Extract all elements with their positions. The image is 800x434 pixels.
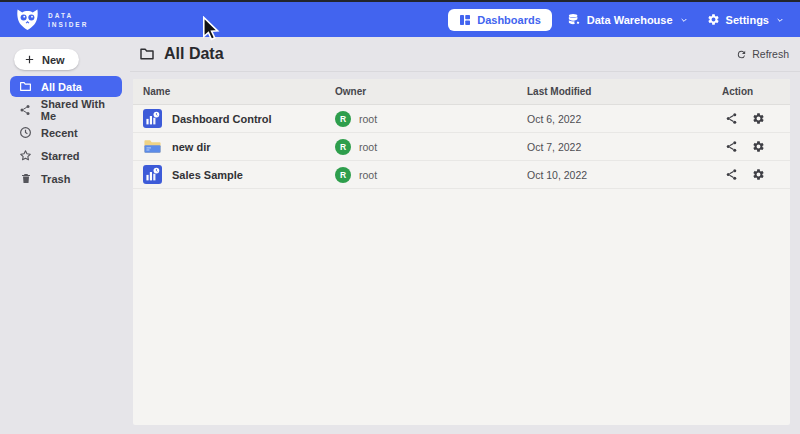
last-modified: Oct 6, 2022 bbox=[527, 113, 722, 125]
file-name[interactable]: Sales Sample bbox=[172, 169, 243, 181]
row-settings-button[interactable] bbox=[752, 140, 765, 153]
share-icon bbox=[19, 104, 32, 116]
owl-logo-icon bbox=[14, 8, 41, 31]
nav-dashboards-label: Dashboards bbox=[477, 14, 541, 26]
star-icon bbox=[19, 149, 32, 162]
share-button[interactable] bbox=[725, 140, 738, 153]
sidebar-item-starred[interactable]: Starred bbox=[10, 145, 122, 166]
column-header-action: Action bbox=[722, 86, 790, 97]
new-button[interactable]: New bbox=[14, 49, 79, 70]
page-title: All Data bbox=[164, 45, 224, 63]
owner-avatar: R bbox=[335, 139, 351, 155]
column-header-owner: Owner bbox=[335, 86, 527, 97]
content-header: All Data Refresh bbox=[130, 37, 800, 72]
top-navigation-bar: DATA INSIDER Dashboards bbox=[0, 2, 800, 37]
chevron-down-icon bbox=[680, 16, 688, 24]
sidebar-item-recent[interactable]: Recent bbox=[10, 122, 122, 143]
sidebar-item-label: Recent bbox=[41, 127, 78, 139]
row-settings-button[interactable] bbox=[752, 112, 765, 125]
table-header-row: Name Owner Last Modified Action bbox=[133, 79, 790, 105]
table-row[interactable]: Sales Sample R root Oct 10, 2022 bbox=[133, 161, 790, 189]
logo-text-line1: DATA bbox=[48, 11, 88, 20]
file-name[interactable]: new dir bbox=[172, 141, 211, 153]
database-icon bbox=[567, 13, 581, 27]
gear-icon bbox=[707, 13, 720, 26]
column-header-name: Name bbox=[133, 86, 335, 97]
main-content: All Data Refresh Name Owner Last Modifie… bbox=[130, 37, 800, 434]
sidebar-item-all-data[interactable]: All Data bbox=[10, 76, 122, 97]
folder-icon bbox=[19, 80, 32, 93]
nav-dashboards-button[interactable]: Dashboards bbox=[448, 9, 552, 31]
app-logo: DATA INSIDER bbox=[14, 8, 88, 31]
owner-name: root bbox=[359, 113, 377, 125]
owner-name: root bbox=[359, 169, 377, 181]
share-button[interactable] bbox=[725, 168, 738, 181]
sidebar-item-label: Starred bbox=[41, 150, 80, 162]
owner-avatar: R bbox=[335, 111, 351, 127]
top-nav-menu: Dashboards Data Warehouse bbox=[448, 9, 788, 31]
share-button[interactable] bbox=[725, 112, 738, 125]
logo-text-line2: INSIDER bbox=[48, 20, 88, 29]
sidebar: New All Data Shared With Me Recent Star bbox=[0, 37, 130, 434]
nav-settings-button[interactable]: Settings bbox=[703, 13, 788, 26]
new-button-label: New bbox=[42, 54, 65, 66]
sidebar-item-trash[interactable]: Trash bbox=[10, 168, 122, 189]
nav-data-warehouse-button[interactable]: Data Warehouse bbox=[563, 13, 692, 27]
dashboard-file-icon bbox=[143, 165, 162, 184]
chevron-down-icon bbox=[776, 16, 784, 24]
last-modified: Oct 10, 2022 bbox=[527, 169, 722, 181]
folder-file-icon bbox=[143, 137, 162, 156]
row-settings-button[interactable] bbox=[752, 168, 765, 181]
table-row[interactable]: new dir R root Oct 7, 2022 bbox=[133, 133, 790, 161]
refresh-icon bbox=[736, 49, 747, 60]
folder-icon bbox=[139, 46, 155, 62]
trash-icon bbox=[19, 172, 32, 185]
plus-icon bbox=[24, 54, 35, 65]
sidebar-item-label: All Data bbox=[41, 81, 82, 93]
window-edge bbox=[0, 0, 800, 2]
sidebar-item-label: Shared With Me bbox=[41, 98, 122, 122]
owner-avatar: R bbox=[335, 167, 351, 183]
dashboard-file-icon bbox=[143, 109, 162, 128]
sidebar-item-shared-with-me[interactable]: Shared With Me bbox=[10, 99, 122, 120]
last-modified: Oct 7, 2022 bbox=[527, 141, 722, 153]
file-name[interactable]: Dashboard Control bbox=[172, 113, 272, 125]
sidebar-item-label: Trash bbox=[41, 173, 70, 185]
nav-data-warehouse-label: Data Warehouse bbox=[587, 14, 673, 26]
file-table-card: Name Owner Last Modified Action Dashboar… bbox=[133, 79, 790, 425]
owner-name: root bbox=[359, 141, 377, 153]
clock-icon bbox=[19, 126, 32, 139]
column-header-modified: Last Modified bbox=[527, 86, 722, 97]
nav-settings-label: Settings bbox=[726, 14, 769, 26]
refresh-button[interactable]: Refresh bbox=[736, 48, 789, 60]
refresh-label: Refresh bbox=[752, 48, 789, 60]
table-row[interactable]: Dashboard Control R root Oct 6, 2022 bbox=[133, 105, 790, 133]
dashboard-icon bbox=[459, 14, 471, 26]
